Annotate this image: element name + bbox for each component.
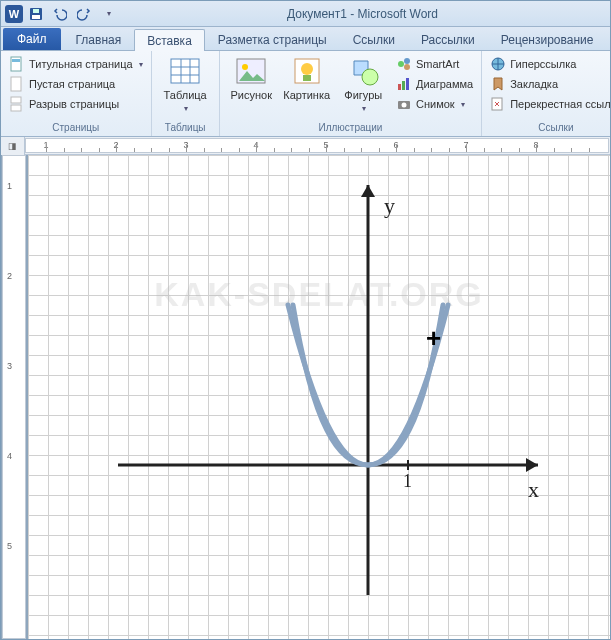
page[interactable]: KAK-SDELAT.ORG y x 1 +	[28, 155, 610, 639]
chevron-down-icon: ▾	[362, 104, 366, 113]
tab-home[interactable]: Главная	[63, 28, 135, 50]
tab-references[interactable]: Ссылки	[340, 28, 408, 50]
svg-rect-2	[33, 9, 39, 13]
group-links-label: Ссылки	[488, 120, 611, 136]
tab-file[interactable]: Файл	[3, 28, 61, 50]
chart-label: Диаграмма	[416, 78, 473, 90]
svg-rect-7	[11, 105, 21, 111]
word-app-icon[interactable]: W	[5, 5, 23, 23]
smartart-icon	[396, 56, 412, 72]
x-tick-1: 1	[403, 471, 412, 492]
screenshot-button[interactable]: Снимок ▾	[394, 95, 475, 113]
group-pages-label: Страницы	[7, 120, 145, 136]
chart-canvas[interactable]: y x 1 +	[108, 165, 548, 605]
hyperlink-button[interactable]: Гиперссылка	[488, 55, 611, 73]
blank-page-label: Пустая страница	[29, 78, 115, 90]
blank-page-icon	[9, 76, 25, 92]
chevron-down-icon: ▾	[184, 104, 188, 113]
y-axis-label: y	[384, 193, 395, 219]
chevron-down-icon: ▾	[461, 100, 465, 109]
group-illustrations: Рисунок Картинка Фигуры ▾ Smar	[220, 51, 482, 136]
crossref-button[interactable]: Перекрестная ссылка	[488, 95, 611, 113]
bookmark-label: Закладка	[510, 78, 558, 90]
svg-rect-1	[32, 15, 40, 19]
tab-page-layout[interactable]: Разметка страницы	[205, 28, 340, 50]
shapes-button[interactable]: Фигуры ▾	[337, 53, 392, 115]
undo-icon[interactable]	[49, 3, 71, 25]
title-bar: W ▾ Документ1 - Microsoft Word	[1, 1, 610, 27]
smartart-button[interactable]: SmartArt	[394, 55, 475, 73]
picture-button[interactable]: Рисунок	[226, 53, 277, 103]
ruler-number: 1	[7, 181, 12, 191]
svg-point-21	[404, 64, 410, 70]
svg-rect-4	[12, 59, 20, 62]
clipart-icon	[291, 55, 323, 87]
globe-icon	[490, 56, 506, 72]
page-break-label: Разрыв страницы	[29, 98, 119, 110]
svg-point-19	[398, 61, 404, 67]
table-icon	[169, 55, 201, 87]
group-tables: Таблица ▾ Таблицы	[152, 51, 220, 136]
ruler-corner[interactable]: ◨	[1, 137, 25, 155]
smartart-label: SmartArt	[416, 58, 459, 70]
document-area: 12345 KAK-SDELAT.ORG y x 1	[1, 155, 610, 639]
table-label: Таблица	[164, 89, 207, 101]
group-illustrations-label: Иллюстрации	[226, 120, 475, 136]
crossref-label: Перекрестная ссылка	[510, 98, 611, 110]
clipart-button[interactable]: Картинка	[279, 53, 335, 103]
x-axis-label: x	[528, 477, 539, 503]
tab-mailings[interactable]: Рассылки	[408, 28, 488, 50]
svg-marker-30	[526, 458, 538, 472]
vertical-ruler[interactable]: 12345	[2, 155, 26, 639]
shapes-icon	[348, 55, 380, 87]
svg-rect-8	[171, 59, 199, 83]
bookmark-button[interactable]: Закладка	[488, 75, 611, 93]
qat-customize-icon[interactable]: ▾	[97, 3, 119, 25]
cover-page-icon	[9, 56, 25, 72]
chevron-down-icon: ▾	[139, 60, 143, 69]
svg-rect-17	[303, 75, 311, 81]
ribbon-tabs: Файл Главная Вставка Разметка страницы С…	[1, 27, 610, 51]
cursor-crosshair-icon: +	[426, 325, 441, 351]
redo-icon[interactable]	[73, 3, 95, 25]
svg-marker-32	[361, 185, 375, 197]
ruler-number: 4	[7, 451, 12, 461]
svg-rect-5	[11, 77, 21, 91]
page-break-icon	[9, 96, 25, 112]
chart-button[interactable]: Диаграмма	[394, 75, 475, 93]
crossref-icon	[490, 96, 506, 112]
ruler-number: 2	[7, 271, 12, 281]
svg-rect-6	[11, 97, 21, 103]
cover-page-label: Титульная страница	[29, 58, 133, 70]
picture-label: Рисунок	[230, 89, 272, 101]
horizontal-ruler-row: ◨ 12345678	[1, 137, 610, 155]
hyperlink-label: Гиперссылка	[510, 58, 576, 70]
ruler-number: 5	[7, 541, 12, 551]
shapes-label: Фигуры	[344, 89, 382, 101]
svg-point-14	[242, 64, 248, 70]
svg-point-20	[404, 58, 410, 64]
tab-review[interactable]: Рецензирование	[488, 28, 607, 50]
horizontal-ruler[interactable]: 12345678	[25, 138, 609, 153]
svg-rect-22	[398, 84, 401, 90]
tab-insert[interactable]: Вставка	[134, 29, 205, 51]
ruler-number: 3	[7, 361, 12, 371]
clipart-label: Картинка	[283, 89, 330, 101]
picture-icon	[235, 55, 267, 87]
save-icon[interactable]	[25, 3, 47, 25]
ribbon: Титульная страница ▾ Пустая страница Раз…	[1, 51, 610, 137]
svg-rect-23	[402, 81, 405, 90]
table-button[interactable]: Таблица ▾	[158, 53, 213, 115]
cover-page-button[interactable]: Титульная страница ▾	[7, 55, 145, 73]
page-break-button[interactable]: Разрыв страницы	[7, 95, 145, 113]
group-links: Гиперссылка Закладка Перекрестная ссылка…	[482, 51, 611, 136]
screenshot-label: Снимок	[416, 98, 455, 110]
bookmark-icon	[490, 76, 506, 92]
svg-point-26	[401, 103, 406, 108]
svg-point-16	[301, 63, 313, 75]
group-pages: Титульная страница ▾ Пустая страница Раз…	[1, 51, 152, 136]
quick-access-toolbar: W ▾	[5, 3, 119, 25]
blank-page-button[interactable]: Пустая страница	[7, 75, 145, 93]
camera-icon	[396, 96, 412, 112]
chart-icon	[396, 76, 412, 92]
